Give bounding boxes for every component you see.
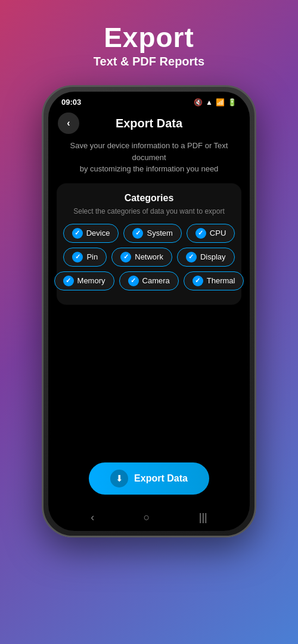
check-system bbox=[132, 228, 143, 239]
chip-row-1: Device System CPU bbox=[64, 224, 234, 243]
header-section: Export Text & PDF Reports bbox=[94, 21, 204, 68]
desc-line2: by customizing the information you need bbox=[80, 164, 219, 173]
chip-row-3: Memory Camera Thermal bbox=[64, 271, 234, 290]
chip-label-pin: Pin bbox=[86, 252, 98, 261]
check-cpu bbox=[195, 228, 206, 239]
check-display bbox=[186, 252, 197, 262]
categories-title: Categories bbox=[64, 193, 234, 204]
phone-screen: 09:03 🔇 ▲ 📶 🔋 ‹ Export Data Save your de… bbox=[48, 92, 250, 531]
phone-outer: 09:03 🔇 ▲ 📶 🔋 ‹ Export Data Save your de… bbox=[42, 85, 256, 537]
home-bar: ‹ ○ ||| bbox=[48, 507, 250, 531]
status-time: 09:03 bbox=[61, 98, 81, 107]
chip-label-display: Display bbox=[200, 252, 226, 261]
chip-device[interactable]: Device bbox=[63, 224, 119, 243]
header-title: Export bbox=[94, 21, 204, 54]
chip-cpu[interactable]: CPU bbox=[187, 224, 235, 243]
chip-label-camera: Camera bbox=[142, 276, 170, 285]
chip-label-memory: Memory bbox=[77, 276, 105, 285]
back-gesture[interactable]: ‹ bbox=[91, 511, 94, 524]
chip-system[interactable]: System bbox=[123, 224, 181, 243]
mute-icon: 🔇 bbox=[194, 98, 203, 107]
categories-subtitle: Select the categories of data you want t… bbox=[64, 207, 234, 215]
chip-camera[interactable]: Camera bbox=[119, 271, 179, 290]
home-gesture[interactable]: ○ bbox=[144, 511, 150, 524]
chip-memory[interactable]: Memory bbox=[54, 271, 114, 290]
chip-pin[interactable]: Pin bbox=[63, 248, 107, 267]
battery-icon: 🔋 bbox=[228, 98, 237, 107]
export-button[interactable]: ⬇ Export Data bbox=[89, 462, 209, 495]
recents-gesture[interactable]: ||| bbox=[199, 511, 207, 524]
description-text: Save your device information to a PDF or… bbox=[48, 140, 250, 175]
check-device bbox=[72, 228, 83, 239]
chip-label-cpu: CPU bbox=[210, 229, 226, 237]
status-icons: 🔇 ▲ 📶 🔋 bbox=[194, 98, 237, 107]
check-memory bbox=[63, 276, 74, 286]
header-subtitle: Text & PDF Reports bbox=[94, 55, 204, 68]
chip-thermal[interactable]: Thermal bbox=[184, 271, 244, 290]
check-network bbox=[120, 252, 131, 262]
chip-label-network: Network bbox=[135, 252, 163, 261]
signal-icon: 📶 bbox=[216, 98, 225, 107]
wifi-icon: ▲ bbox=[206, 98, 213, 107]
chip-label-system: System bbox=[147, 229, 172, 237]
check-thermal bbox=[193, 276, 203, 286]
chip-label-thermal: Thermal bbox=[207, 276, 235, 285]
top-bar: ‹ Export Data bbox=[48, 109, 250, 140]
phone-wrapper: 09:03 🔇 ▲ 📶 🔋 ‹ Export Data Save your de… bbox=[42, 85, 256, 537]
chip-network[interactable]: Network bbox=[111, 248, 172, 267]
chip-row-2: Pin Network Display bbox=[64, 248, 234, 267]
chip-label-device: Device bbox=[86, 229, 110, 237]
download-icon: ⬇ bbox=[110, 470, 128, 487]
status-bar: 09:03 🔇 ▲ 📶 🔋 bbox=[48, 92, 250, 109]
export-btn-container: ⬇ Export Data bbox=[48, 462, 250, 507]
categories-card: Categories Select the categories of data… bbox=[57, 183, 241, 305]
export-btn-label: Export Data bbox=[134, 473, 188, 484]
chip-display[interactable]: Display bbox=[177, 248, 235, 267]
check-camera bbox=[128, 276, 139, 286]
check-pin bbox=[72, 252, 83, 262]
desc-line1: Save your device information to a PDF or… bbox=[70, 141, 228, 162]
back-button[interactable]: ‹ bbox=[58, 112, 79, 134]
screen-title: Export Data bbox=[79, 117, 219, 130]
